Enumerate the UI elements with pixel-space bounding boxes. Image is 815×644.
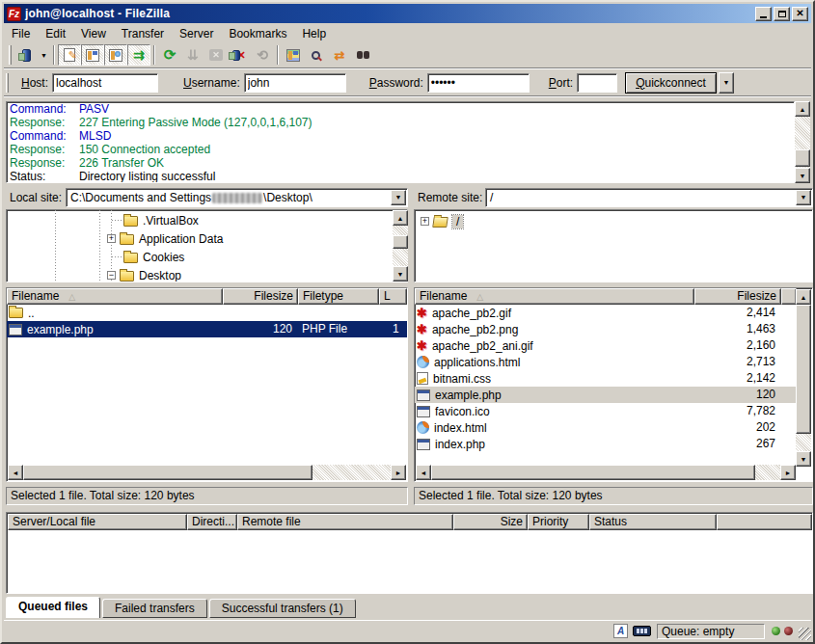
queue-column-filler — [717, 514, 812, 530]
file-row[interactable]: index.php 267 — [415, 436, 797, 452]
file-row-example-php[interactable]: example.php 120 — [415, 387, 797, 403]
scroll-down-icon[interactable]: ▼ — [795, 168, 810, 183]
toolbar-grip[interactable] — [9, 45, 12, 65]
file-row[interactable]: ✱ apache_pb2_ani.gif 2,160 — [415, 337, 797, 354]
remote-site-combo[interactable]: / ▼ — [485, 188, 813, 207]
scroll-left-icon[interactable]: ◄ — [8, 465, 23, 480]
menu-file[interactable]: File — [4, 25, 38, 42]
reconnect-button[interactable]: ⟲ — [251, 44, 274, 66]
toolbar-separator — [53, 45, 55, 65]
scroll-down-icon[interactable]: ▼ — [393, 266, 408, 282]
scroll-right-icon[interactable]: ► — [391, 465, 406, 480]
file-row[interactable]: favicon.ico 7,782 — [415, 403, 797, 419]
message-log-icon: ✎ — [64, 48, 75, 62]
quickconnect-dropdown[interactable]: ▼ — [719, 72, 734, 94]
file-row[interactable]: applications.html 2,713 — [415, 354, 797, 370]
remote-list-hscrollbar[interactable]: ◄ ► — [416, 465, 796, 480]
directory-comparison-button[interactable] — [305, 44, 328, 66]
tree-item-virtualbox[interactable]: .VirtualBox — [112, 211, 199, 229]
expand-plus-icon[interactable]: + — [107, 234, 116, 243]
toggle-remote-tree-button[interactable] — [104, 44, 127, 66]
disconnect-button[interactable]: ✕ — [228, 44, 251, 66]
local-tree-scrollbar[interactable]: ▲ ▼ — [393, 210, 408, 282]
remote-list-vscrollbar[interactable]: ▲ ▼ — [796, 289, 811, 467]
menu-server[interactable]: Server — [172, 25, 221, 42]
column-header-filesize[interactable]: Filesize — [694, 288, 781, 305]
site-manager-dropdown[interactable]: ▼ — [38, 44, 50, 66]
process-queue-button[interactable]: ⇊ — [181, 44, 204, 66]
quickconnect-grip[interactable] — [6, 73, 9, 93]
file-row-example-php[interactable]: example.php 120 PHP File 1 — [7, 321, 407, 337]
tree-item-application-data[interactable]: + Application Data — [107, 229, 223, 248]
file-row-parent-dir[interactable]: .. — [7, 305, 407, 321]
minimize-button[interactable] — [755, 7, 772, 21]
ascii-transfer-mode-icon: A — [613, 624, 628, 638]
port-input[interactable] — [577, 73, 617, 93]
scroll-right-icon[interactable]: ► — [780, 465, 796, 480]
scroll-up-icon[interactable]: ▲ — [393, 210, 408, 226]
speed-limit-icon[interactable] — [633, 626, 651, 636]
file-row[interactable]: index.html 202 — [415, 419, 797, 436]
menu-transfer[interactable]: Transfer — [114, 25, 172, 42]
queue-column-status[interactable]: Status — [589, 514, 717, 530]
queue-column-remote-file[interactable]: Remote file — [237, 514, 453, 530]
menu-help[interactable]: Help — [294, 25, 334, 42]
file-row[interactable]: ✱ apache_pb2.gif 2,414 — [415, 305, 797, 321]
scrollbar-thumb[interactable] — [431, 465, 755, 480]
combo-dropdown-icon[interactable]: ▼ — [796, 190, 811, 205]
tab-queued-files[interactable]: Queued files — [6, 597, 100, 618]
filesize-cell: 2,142 — [694, 370, 775, 387]
minimize-icon — [760, 16, 767, 18]
column-header-filename[interactable]: Filename△ — [7, 288, 223, 305]
expand-plus-icon[interactable]: + — [421, 217, 429, 226]
scrollbar-thumb[interactable] — [23, 465, 312, 480]
toggle-local-tree-button[interactable] — [81, 44, 104, 66]
queue-column-direction[interactable]: Directi... — [187, 514, 237, 530]
maximize-button[interactable] — [774, 7, 790, 21]
column-header-lastmodified[interactable]: L — [379, 288, 407, 305]
queue-column-priority[interactable]: Priority — [528, 514, 589, 530]
scrollbar-thumb[interactable] — [393, 235, 408, 249]
refresh-button[interactable]: ⟳ — [158, 44, 181, 66]
tree-item-cookies[interactable]: Cookies — [112, 248, 184, 266]
scroll-up-icon[interactable]: ▲ — [795, 101, 810, 117]
cancel-operation-button[interactable]: ✕ — [204, 44, 228, 66]
local-list-hscrollbar[interactable]: ◄ ► — [8, 465, 406, 480]
scroll-left-icon[interactable]: ◄ — [416, 465, 431, 480]
column-header-filesize[interactable]: Filesize — [223, 288, 298, 305]
collapse-minus-icon[interactable]: − — [107, 271, 116, 280]
find-files-button[interactable] — [351, 44, 374, 66]
combo-dropdown-icon[interactable]: ▼ — [391, 190, 406, 205]
synchronized-browsing-button[interactable]: ⇄ — [328, 44, 351, 66]
menu-bookmarks[interactable]: Bookmarks — [221, 25, 294, 42]
password-input[interactable] — [427, 73, 530, 93]
site-manager-button[interactable] — [14, 44, 38, 66]
scroll-up-icon[interactable]: ▲ — [796, 289, 811, 305]
tree-item-desktop[interactable]: − Desktop — [107, 266, 181, 282]
queue-column-server-local-file[interactable]: Server/Local file — [8, 514, 187, 530]
filter-button[interactable] — [282, 44, 305, 66]
resize-grip[interactable] — [799, 628, 811, 640]
menu-edit[interactable]: Edit — [38, 25, 73, 42]
column-header-filetype[interactable]: Filetype — [298, 288, 379, 305]
menu-view[interactable]: View — [73, 25, 114, 42]
scrollbar-thumb[interactable] — [795, 149, 810, 167]
tab-successful-transfers[interactable]: Successful transfers (1) — [209, 599, 356, 618]
log-scrollbar[interactable]: ▲ ▼ — [795, 101, 810, 183]
toggle-message-log-button[interactable]: ✎ — [58, 44, 81, 66]
queue-column-size[interactable]: Size — [453, 514, 528, 530]
username-input[interactable] — [244, 73, 346, 93]
toggle-queue-button[interactable]: ⇉ — [127, 44, 150, 66]
tab-failed-transfers[interactable]: Failed transfers — [102, 599, 207, 618]
file-row[interactable]: bitnami.css 2,142 — [415, 370, 797, 387]
log-label: Response: — [10, 116, 79, 129]
column-header-filename[interactable]: Filename△ — [415, 288, 694, 305]
file-row[interactable]: ✱ apache_pb2.png 1,463 — [415, 321, 797, 337]
scroll-down-icon[interactable]: ▼ — [796, 451, 811, 467]
tree-item-root[interactable]: + / — [421, 212, 463, 230]
quickconnect-button[interactable]: Quickconnect — [625, 72, 717, 94]
local-site-combo[interactable]: C:\Documents and Settings\Desktop\ ▼ — [66, 188, 408, 207]
close-button[interactable]: ✕ — [792, 7, 808, 21]
host-input[interactable] — [52, 73, 158, 93]
scrollbar-thumb[interactable] — [796, 305, 811, 434]
